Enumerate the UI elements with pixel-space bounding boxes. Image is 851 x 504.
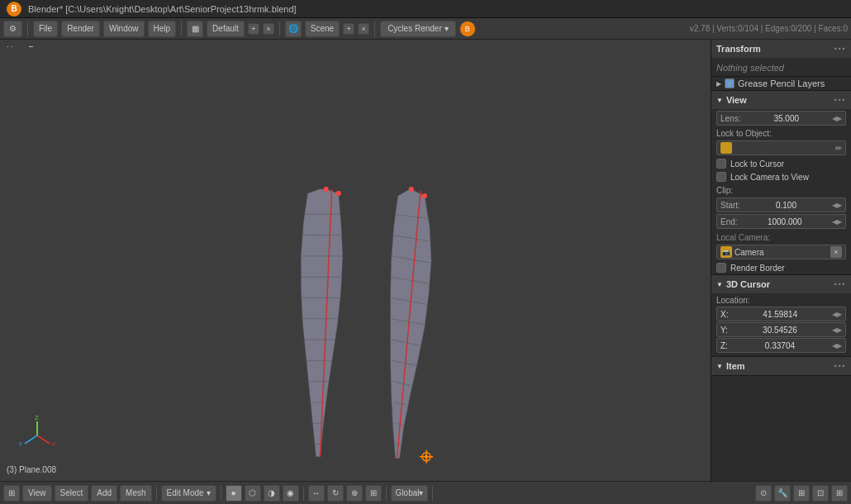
transform-tool-btn[interactable]: ⊞ <box>365 485 382 502</box>
cursor-x-value: 41.59814 <box>763 310 797 319</box>
view-section: ▼ View ··· Lens: 35.000 ◀▶ Lock to Objec… <box>711 91 851 275</box>
cursor-z-field[interactable]: Z: 0.33704 ◀▶ <box>716 338 846 353</box>
file-menu[interactable]: File <box>33 21 58 37</box>
help-menu[interactable]: Help <box>148 21 177 37</box>
item-header[interactable]: ▼ Item ··· <box>711 357 851 375</box>
item-options[interactable]: ··· <box>834 359 846 373</box>
cursor-x-field[interactable]: X: 41.59814 ◀▶ <box>716 307 846 321</box>
lock-object-field[interactable]: ✏ <box>716 140 846 155</box>
scene-canvas <box>0 40 711 481</box>
lens-arrows: ◀▶ <box>832 115 842 122</box>
mode-arrow: ▾ <box>207 488 211 497</box>
render-menu[interactable]: Render <box>61 21 100 37</box>
layout-select[interactable]: Default <box>207 21 245 37</box>
cursor-y-arrows: ◀▶ <box>832 326 842 334</box>
gizmo-btn[interactable]: ⊞ <box>831 485 848 502</box>
version-info: v2.78 | Verts:0/104 | Edges:0/200 | Face… <box>690 24 848 33</box>
cursor-z-value: 0.33704 <box>765 341 795 350</box>
camera-remove-btn[interactable]: × <box>830 246 842 258</box>
svg-point-34 <box>425 455 428 459</box>
svg-point-29 <box>409 187 414 192</box>
scene-add-btn[interactable]: + <box>343 23 354 35</box>
svg-point-15 <box>336 191 341 196</box>
lock-cursor-checkbox[interactable] <box>716 159 726 169</box>
mode-select[interactable]: Edit Mode ▾ <box>161 485 216 502</box>
snap-btn[interactable]: 🔧 <box>774 485 791 502</box>
lock-to-object-label: Lock to Object: <box>711 127 851 139</box>
camera-field[interactable]: 📷 Camera × <box>716 245 846 259</box>
cursor-x-label: X: <box>720 310 728 319</box>
grease-pencil-section: ▶ ✓ Grease Pencil Layers <box>711 77 851 91</box>
end-field[interactable]: End: 1000.000 ◀▶ <box>716 214 846 229</box>
lens-label: Lens: <box>720 114 740 123</box>
grease-arrow: ▶ <box>716 80 721 88</box>
grid-icon[interactable]: ▦ <box>187 21 203 37</box>
view-arrow: ▼ <box>716 97 723 104</box>
add-menu-btn[interactable]: Add <box>91 485 117 502</box>
mesh-menu-btn[interactable]: Mesh <box>120 485 151 502</box>
rendered-btn[interactable]: ◉ <box>283 485 299 502</box>
start-field[interactable]: Start: 0.100 ◀▶ <box>716 197 846 212</box>
blender-logo: B <box>7 2 21 17</box>
bottom-toolbar: ⊞ View Select Add Mesh Edit Mode ▾ ● ⬡ ◑… <box>0 481 851 504</box>
right-bottom-btns: ⊙ 🔧 ⊞ ⊡ ⊞ <box>755 485 848 502</box>
lock-camera-row[interactable]: Lock Camera to View <box>711 170 851 183</box>
cursor-options[interactable]: ··· <box>834 278 846 291</box>
texture-shading-btn[interactable]: ◑ <box>264 485 280 502</box>
end-value: 1000.000 <box>768 217 802 226</box>
pivot-select[interactable]: Global ▾ <box>391 485 429 502</box>
window-menu[interactable]: Window <box>103 21 145 37</box>
viewport-icon-btn[interactable]: ⊞ <box>3 485 20 502</box>
scale-tool-btn[interactable]: ⊕ <box>346 485 363 502</box>
auto-merge-btn[interactable]: ⊞ <box>793 485 810 502</box>
transform-header[interactable]: Transform ··· <box>711 40 851 58</box>
view-menu-btn[interactable]: View <box>22 485 52 502</box>
scene-icon[interactable]: 🌐 <box>285 21 302 37</box>
start-value: 0.100 <box>776 201 796 210</box>
cursor-z-label: Z: <box>720 341 728 350</box>
svg-point-14 <box>324 187 329 192</box>
grab-tool-btn[interactable]: ↔ <box>308 485 325 502</box>
render-engine-select[interactable]: Cycles Render ▾ <box>380 21 456 37</box>
cursor-y-field[interactable]: Y: 30.54526 ◀▶ <box>716 322 846 337</box>
blender-icon[interactable]: B <box>459 21 476 37</box>
layout-remove-btn[interactable]: × <box>263 23 274 35</box>
nothing-selected-text: Nothing selected <box>711 58 851 76</box>
view-options[interactable]: ··· <box>834 93 846 107</box>
render-border-row[interactable]: Render Border <box>711 261 851 274</box>
bt-sep-3 <box>303 486 304 501</box>
pivot-label: Global <box>396 488 420 497</box>
item-section: ▼ Item ··· <box>711 357 851 376</box>
cursor-z-arrows: ◀▶ <box>832 342 842 349</box>
item-arrow: ▼ <box>716 363 723 370</box>
rotate-tool-btn[interactable]: ↻ <box>327 485 344 502</box>
cursor-header[interactable]: ▼ 3D Cursor ··· <box>711 275 851 293</box>
camera-inner: 📷 Camera <box>720 246 764 258</box>
transform-options[interactable]: ··· <box>834 42 846 55</box>
main-area: User Persp <box>0 40 851 481</box>
cursor-arrow: ▼ <box>716 281 723 288</box>
viewport-overlay-btn[interactable]: ⊡ <box>812 485 829 502</box>
wire-shading-btn[interactable]: ⬡ <box>245 485 261 502</box>
solid-shading-btn[interactable]: ● <box>226 485 242 502</box>
location-label: Location: <box>711 293 851 306</box>
global-settings-btn[interactable]: ⚙ <box>3 21 22 37</box>
render-border-checkbox[interactable] <box>716 263 726 273</box>
layout-add-btn[interactable]: + <box>248 23 259 35</box>
transform-section: Transform ··· Nothing selected <box>711 40 851 77</box>
viewport-3d[interactable]: User Persp <box>0 40 711 481</box>
lens-field[interactable]: Lens: 35.000 ◀▶ <box>716 111 846 126</box>
svg-line-37 <box>25 435 37 444</box>
lock-camera-checkbox[interactable] <box>716 172 726 182</box>
select-menu-btn[interactable]: Select <box>55 485 89 502</box>
proportional-edit-btn[interactable]: ⊙ <box>755 485 772 502</box>
lock-to-cursor-row[interactable]: Lock to Cursor <box>711 157 851 170</box>
grease-pencil-checkbox[interactable]: ✓ <box>725 78 735 88</box>
camera-icon: 📷 <box>720 246 732 258</box>
scene-remove-btn[interactable]: × <box>358 23 369 35</box>
svg-point-30 <box>422 193 427 198</box>
view-header[interactable]: ▼ View ··· <box>711 91 851 109</box>
bt-sep-1 <box>156 486 157 501</box>
scene-select[interactable]: Scene <box>305 21 340 37</box>
lock-cursor-label: Lock to Cursor <box>730 159 784 169</box>
